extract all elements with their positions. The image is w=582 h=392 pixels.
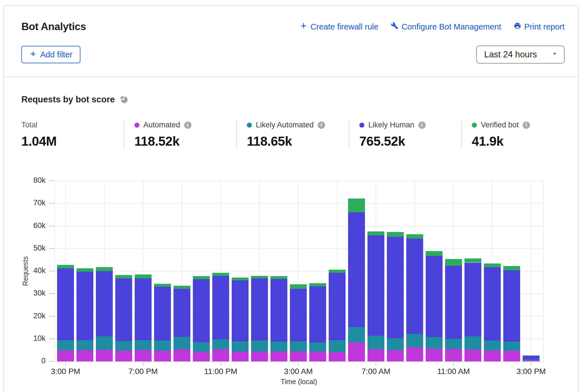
bar-1200am-automated[interactable] [232,352,249,361]
bar-700pm-likely-human[interactable] [135,278,152,341]
bar-700pm-automated[interactable] [135,350,152,361]
bar-1100am-automated[interactable] [445,349,462,361]
info-icon[interactable]: i [523,121,530,129]
print-report-link[interactable]: Print report [514,22,565,31]
bar-200am-verified-bot[interactable] [270,276,287,279]
bar-500am-likely-human[interactable] [329,273,346,340]
bar-1000am-automated[interactable] [426,349,443,361]
bar-700am-automated[interactable] [367,349,384,361]
bar-500am-likely-automated[interactable] [329,340,346,352]
info-icon[interactable]: i [184,121,191,129]
bar-200am-likely-human[interactable] [270,279,287,342]
bar-900pm-verified-bot[interactable] [173,286,190,289]
bar-300am-verified-bot[interactable] [290,284,307,289]
bar-800am-verified-bot[interactable] [387,232,404,237]
bar-700pm-likely-automated[interactable] [135,340,152,350]
bar-100am-likely-human[interactable] [251,278,268,341]
bar-300pm-likely-automated[interactable] [523,360,540,360]
bar-900am-likely-automated[interactable] [406,334,423,347]
bar-300pm-verified-bot[interactable] [57,265,74,268]
bar-700am-likely-human[interactable] [367,235,384,336]
bar-300am-likely-human[interactable] [290,289,307,341]
bar-1200am-likely-human[interactable] [232,280,249,341]
bar-1100pm-automated[interactable] [212,349,229,361]
info-icon[interactable]: i [318,121,325,129]
bar-1200pm-verified-bot[interactable] [464,258,481,262]
bar-1200am-verified-bot[interactable] [232,278,249,280]
bar-600am-automated[interactable] [348,343,365,361]
bar-800am-likely-human[interactable] [387,237,404,338]
add-filter-button[interactable]: Add filter [21,46,80,63]
bar-600pm-likely-human[interactable] [115,278,132,341]
bar-700am-verified-bot[interactable] [367,231,384,235]
bar-600am-verified-bot[interactable] [348,199,365,212]
bar-1000am-likely-human[interactable] [426,256,443,337]
bar-700pm-verified-bot[interactable] [135,274,152,278]
bar-400pm-likely-automated[interactable] [76,340,93,350]
bar-600pm-automated[interactable] [115,351,132,361]
bar-200pm-verified-bot[interactable] [503,266,520,270]
bar-1200pm-automated[interactable] [464,350,481,361]
bar-500pm-likely-automated[interactable] [96,336,113,350]
bar-1000pm-likely-automated[interactable] [193,342,210,352]
bar-300pm-verified-bot[interactable] [523,355,540,356]
bar-900pm-likely-human[interactable] [173,289,190,337]
bar-800am-likely-automated[interactable] [387,338,404,350]
time-range-select[interactable]: Last 24 hours [476,46,565,64]
bar-1000pm-automated[interactable] [193,352,210,361]
bar-900am-verified-bot[interactable] [406,234,423,238]
info-icon[interactable]: i [418,121,426,129]
bar-300am-automated[interactable] [290,352,307,361]
bar-800pm-automated[interactable] [154,351,171,361]
bar-400am-automated[interactable] [309,352,326,361]
bar-1000am-verified-bot[interactable] [426,251,443,256]
bar-500pm-automated[interactable] [96,350,113,361]
bar-300pm-automated[interactable] [57,350,74,361]
bar-1100am-verified-bot[interactable] [445,259,462,265]
bar-500pm-likely-human[interactable] [96,271,113,336]
bar-400am-likely-human[interactable] [309,286,326,343]
bar-1200am-likely-automated[interactable] [232,341,249,352]
bar-200am-automated[interactable] [270,352,287,361]
bar-1100pm-likely-automated[interactable] [212,339,229,349]
bar-600am-likely-human[interactable] [348,212,365,327]
bar-400am-verified-bot[interactable] [309,283,326,286]
bar-100am-likely-automated[interactable] [251,341,268,352]
bar-1200pm-likely-automated[interactable] [464,336,481,350]
bar-800pm-likely-human[interactable] [154,287,171,341]
create-firewall-rule-link[interactable]: Create firewall rule [300,22,378,31]
bar-700am-likely-automated[interactable] [367,336,384,349]
bar-900pm-likely-automated[interactable] [173,337,190,349]
bar-800am-automated[interactable] [387,350,404,361]
bar-100pm-automated[interactable] [484,350,501,361]
bar-200pm-likely-human[interactable] [503,270,520,342]
bar-400pm-likely-human[interactable] [76,272,93,340]
bar-800pm-likely-automated[interactable] [154,341,171,351]
bar-100pm-likely-automated[interactable] [484,341,501,350]
bar-500am-verified-bot[interactable] [329,270,346,273]
bar-1200pm-likely-human[interactable] [464,263,481,336]
bar-500pm-verified-bot[interactable] [96,267,113,271]
bar-1000pm-likely-human[interactable] [193,279,210,342]
bar-100pm-likely-human[interactable] [484,267,501,341]
bar-400am-likely-automated[interactable] [309,343,326,352]
bar-900am-automated[interactable] [406,347,423,361]
bar-100am-verified-bot[interactable] [251,276,268,278]
bar-1000am-likely-automated[interactable] [426,337,443,349]
bar-300pm-likely-automated[interactable] [57,340,74,350]
configure-bot-management-link[interactable]: Configure Bot Management [391,22,501,31]
bar-400pm-verified-bot[interactable] [76,268,93,272]
bar-600pm-likely-automated[interactable] [115,341,132,351]
bar-200am-likely-automated[interactable] [270,342,287,352]
bar-300am-likely-automated[interactable] [290,341,307,352]
bar-200pm-likely-automated[interactable] [503,342,520,351]
bar-100pm-verified-bot[interactable] [484,263,501,267]
bar-1100pm-verified-bot[interactable] [212,273,229,276]
bar-900am-likely-human[interactable] [406,238,423,334]
bar-400pm-automated[interactable] [76,350,93,361]
bar-100am-automated[interactable] [251,352,268,361]
bar-1000pm-verified-bot[interactable] [193,276,210,279]
bar-300pm-likely-human[interactable] [523,356,540,360]
bar-800pm-verified-bot[interactable] [154,284,171,287]
bar-1100am-likely-human[interactable] [445,266,462,339]
